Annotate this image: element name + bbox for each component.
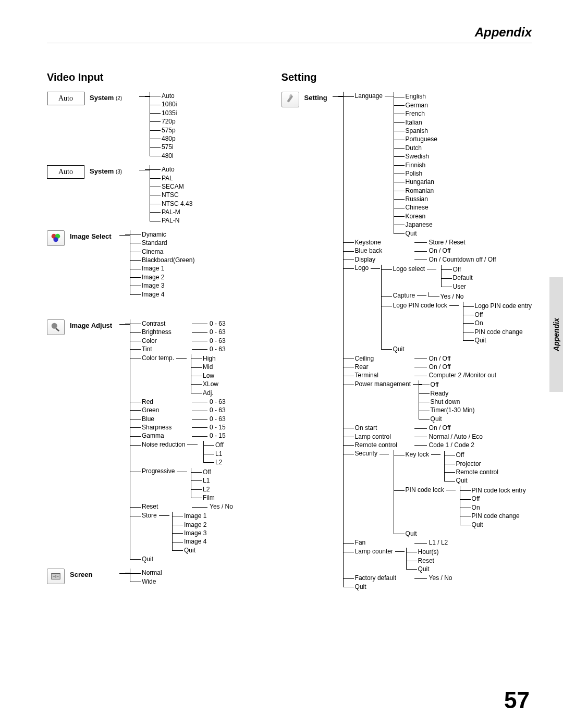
tree-item: Color temp.HighMidLowXLowAdj. xyxy=(137,354,233,398)
tree-item: Remote control xyxy=(451,468,532,476)
tree-item: Remote controlCode 1 / Code 2 xyxy=(350,441,532,449)
tree-item: Off xyxy=(467,495,532,503)
page-number: 57 xyxy=(504,687,530,713)
system2-list: Auto1080i1035i720p575p480p575i480i xyxy=(150,92,177,160)
connector xyxy=(333,96,343,97)
tree-item: Polish xyxy=(400,169,532,178)
image-select-label: Image Select xyxy=(70,230,119,241)
tree-subitem: Mid xyxy=(198,363,233,371)
tree-subitem: L2 xyxy=(198,485,233,493)
tree-item: Off xyxy=(425,380,532,389)
tree-item: PIN code lock entry xyxy=(467,486,532,495)
tree-item: Hungarian xyxy=(400,178,532,186)
connector xyxy=(139,96,150,97)
tree-item: Quit xyxy=(137,555,233,563)
tree-subitem: Low xyxy=(198,372,233,380)
tree-item: Image 3 xyxy=(137,281,194,290)
tree-item: PIN code change xyxy=(467,512,532,520)
connector xyxy=(119,573,130,574)
tree-subitem: L1 xyxy=(198,476,233,485)
tree-subitem: L1 xyxy=(210,450,233,458)
system2-label: System (2) xyxy=(90,92,139,102)
svg-point-3 xyxy=(52,323,57,329)
tree-item: PIN code lockPIN code lock entryOffOnPIN… xyxy=(400,486,532,529)
tree-item: Quit xyxy=(451,476,532,485)
tree-item: Lamp counterHour(s)ResetQuit xyxy=(350,547,532,574)
tree-item: On startOn / Off xyxy=(350,424,532,432)
tree-subitem: Image 1 xyxy=(179,512,233,520)
tree-item: PAL-N xyxy=(156,216,192,225)
tree-subitem: L2 xyxy=(210,458,233,466)
tree-item: German xyxy=(400,101,532,109)
svg-rect-4 xyxy=(55,328,59,331)
svg-point-2 xyxy=(53,237,58,242)
tree-item: Ready xyxy=(425,389,532,398)
tree-item: Romanian xyxy=(400,187,532,195)
side-tab-label: Appendix xyxy=(552,318,560,351)
tree-item: Color0 - 63 xyxy=(137,337,233,345)
video-input-column: Video Input Auto System (2) Auto1080i103… xyxy=(47,71,266,591)
tree-item: Finnish xyxy=(400,161,532,169)
tree-item: Image 4 xyxy=(137,290,194,299)
connector xyxy=(139,170,150,171)
tree-item: 1035i xyxy=(156,109,177,117)
setting-column: Setting Setting LanguageEnglishGermanFre… xyxy=(282,71,532,591)
tree-item: PAL-M xyxy=(156,208,192,216)
tree-item: KeystoneStore / Reset xyxy=(350,238,532,246)
page: Appendix Video Input Auto System (2) Aut… xyxy=(0,0,563,591)
system3-auto-box: Auto xyxy=(47,165,84,179)
connector xyxy=(119,324,130,325)
tree-item: SecurityKey lockOffProjectorRemote contr… xyxy=(350,449,532,538)
tree-item: ProgressiveOffL1L2Film xyxy=(137,467,233,502)
tree-item: Reset xyxy=(413,557,532,565)
tree-subitem: Off xyxy=(198,468,233,476)
video-input-title: Video Input xyxy=(47,71,266,83)
tree-item: Factory defaultYes / No xyxy=(350,574,532,582)
tree-item: Logo selectOffDefaultUser xyxy=(388,265,532,292)
tree-item: Chinese xyxy=(400,203,532,212)
tree-item: Japanese xyxy=(400,220,532,229)
tree-item: Quit xyxy=(467,521,532,529)
tree-item: Quit xyxy=(470,336,532,344)
screen-row: Screen NormalWide xyxy=(47,569,266,586)
tree-item: Hour(s) xyxy=(413,548,532,556)
tree-item: Italian xyxy=(400,118,532,127)
tree-subitem: Image 4 xyxy=(179,537,233,546)
setting-icon xyxy=(282,92,299,107)
tree-item: Off xyxy=(470,311,532,319)
tree-item: CaptureYes / No xyxy=(388,291,532,301)
tree-item: Swedish xyxy=(400,152,532,161)
tree-item: NTSC 4.43 xyxy=(156,200,192,208)
screen-label: Screen xyxy=(70,569,119,579)
tree-item: TerminalComputer 2 /Monitor out xyxy=(350,371,532,379)
tree-item: CeilingOn / Off xyxy=(350,354,532,363)
tree-item: Default xyxy=(448,274,532,282)
setting-list: LanguageEnglishGermanFrenchItalianSpanis… xyxy=(343,92,532,591)
tree-item: Yes / No xyxy=(435,292,532,301)
tree-item: NTSC xyxy=(156,191,192,199)
tree-item: Timer(1-30 Min) xyxy=(425,406,532,414)
tree-item: Quit xyxy=(400,229,532,238)
tree-item: Quit xyxy=(388,345,532,353)
tree-item: Portuguese xyxy=(400,135,532,143)
tree-item: LanguageEnglishGermanFrenchItalianSpanis… xyxy=(350,92,532,238)
tree-item: Cinema xyxy=(137,248,194,256)
setting-row: Setting LanguageEnglishGermanFrenchItali… xyxy=(282,92,532,591)
tree-item: Gamma0 - 15 xyxy=(137,431,233,440)
page-header: Appendix xyxy=(47,25,532,43)
tree-item: Logo PIN code entry xyxy=(470,302,532,310)
tree-item: Projector xyxy=(451,460,532,468)
tree-item: 480p xyxy=(156,134,177,143)
tree-item: Image 1 xyxy=(137,264,194,273)
tree-item: Tint0 - 63 xyxy=(137,345,233,353)
tree-item: Standard xyxy=(137,239,194,247)
screen-list: NormalWide xyxy=(130,569,162,586)
tree-item: Red0 - 63 xyxy=(137,398,233,406)
system3-label: System (3) xyxy=(90,165,139,176)
tree-item: Wide xyxy=(137,577,162,586)
tree-item: Quit xyxy=(400,529,532,538)
columns: Video Input Auto System (2) Auto1080i103… xyxy=(47,71,532,591)
connector xyxy=(119,235,130,236)
image-adjust-row: Image Adjust Contrast0 - 63Brightness0 -… xyxy=(47,319,266,564)
tree-item: Quit xyxy=(350,583,532,591)
